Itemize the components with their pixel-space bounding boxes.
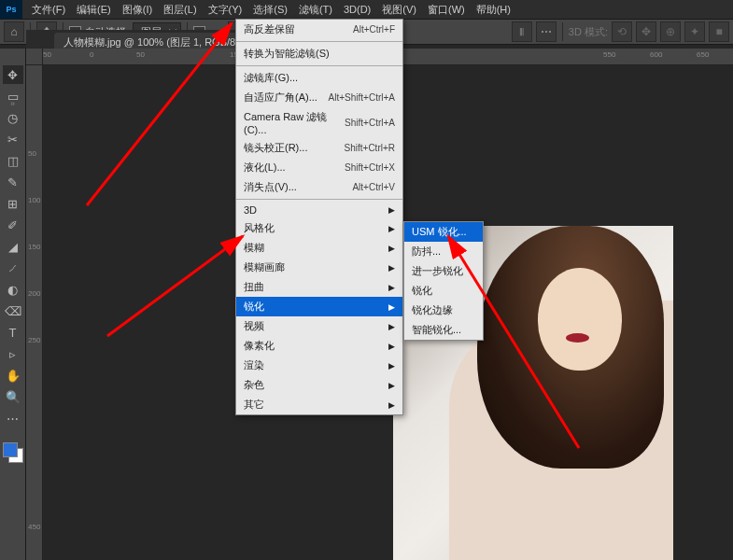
hand-tool[interactable]: ✋ [3, 366, 23, 385]
menu-shortcut: Shift+Ctrl+A [345, 118, 395, 128]
color-swatches[interactable] [3, 442, 23, 463]
sharpen-menu-item[interactable]: 智能锐化... [404, 320, 483, 340]
pan-icon[interactable]: ✥ [636, 21, 656, 42]
menubar: Ps 文件(F) 编辑(E) 图像(I) 图层(L) 文字(Y) 选择(S) 滤… [0, 0, 733, 19]
dolly-icon[interactable]: ⊕ [660, 21, 681, 42]
filter-menu-item[interactable]: 像素化▶ [236, 336, 402, 356]
filter-menu-item[interactable]: 镜头校正(R)...Shift+Ctrl+R [236, 138, 402, 158]
orbit-icon[interactable]: ⟲ [612, 21, 632, 42]
menu-edit[interactable]: 编辑(E) [71, 1, 117, 19]
photo-lips [566, 333, 589, 343]
menu-shortcut: Alt+Shift+Ctrl+A [329, 92, 395, 103]
chevron-right-icon: ▶ [388, 361, 395, 371]
fg-color[interactable] [3, 442, 18, 457]
menu-separator [236, 65, 402, 66]
mode-3d-label: 3D 模式: [569, 25, 608, 39]
menu-image[interactable]: 图像(I) [117, 1, 158, 19]
more-icon[interactable]: ⋯ [536, 21, 557, 42]
history-brush-tool[interactable]: ⟋ [3, 259, 23, 277]
menu-item-label: 渲染 [244, 358, 264, 372]
tab-title: 人物模糊.jpg @ 100% (图层 1, RGB/8#) * [63, 35, 251, 49]
sharpen-menu-item[interactable]: 进一步锐化 [404, 261, 483, 281]
chevron-right-icon: ▶ [388, 205, 395, 215]
move-tool[interactable]: ✥ [3, 65, 23, 84]
menu-item-label: 其它 [244, 398, 264, 412]
sharpen-menu-item[interactable]: 锐化 [404, 281, 483, 301]
menu-text[interactable]: 文字(Y) [203, 1, 248, 19]
menu-item-label: 视频 [244, 319, 264, 333]
filter-menu-item[interactable]: 消失点(V)...Alt+Ctrl+V [236, 177, 402, 197]
menu-item-label: 高反差保留 [244, 22, 295, 36]
filter-menu-item[interactable]: 视频▶ [236, 316, 402, 336]
menu-file[interactable]: 文件(F) [26, 1, 71, 19]
filter-menu-item[interactable]: 模糊画廊▶ [236, 258, 402, 277]
app-logo: Ps [0, 0, 22, 19]
filter-menu-item[interactable]: 锐化▶ [236, 297, 402, 316]
menu-item-label: Camera Raw 滤镜(C)... [244, 110, 345, 135]
gradient-tool[interactable]: ◐ [3, 280, 23, 299]
sharpen-submenu: USM 锐化...防抖...进一步锐化锐化锐化边缘智能锐化... [403, 221, 484, 341]
menu-item-label: 液化(L)... [244, 161, 286, 175]
filter-menu-item[interactable]: 转换为智能滤镜(S) [236, 44, 402, 63]
filter-menu-item[interactable]: 滤镜库(G)... [236, 68, 402, 88]
chevron-right-icon: ▶ [388, 400, 395, 410]
menu-item-label: 风格化 [244, 221, 275, 235]
filter-menu-item[interactable]: 模糊▶ [236, 238, 402, 258]
filter-menu-item[interactable]: 其它▶ [236, 395, 402, 414]
menu-item-label: 3D [244, 204, 257, 216]
sharpen-menu-item[interactable]: 防抖... [404, 242, 483, 261]
eyedropper-tool[interactable]: ✎ [3, 173, 23, 191]
eraser-tool[interactable]: ⌫ [3, 301, 23, 320]
menu-item-label: 锐化 [244, 300, 264, 314]
menu-item-label: 镜头校正(R)... [244, 141, 307, 155]
lasso-tool[interactable]: ◷ [3, 108, 23, 127]
chevron-right-icon: ▶ [388, 381, 395, 390]
chevron-right-icon: ▶ [388, 342, 395, 351]
brush-tool[interactable]: ✐ [3, 216, 23, 234]
menu-3d[interactable]: 3D(D) [338, 2, 376, 17]
distribute-icon[interactable]: ⫴ [512, 21, 532, 42]
menu-item-label: 模糊画廊 [244, 260, 285, 274]
menu-shortcut: Shift+Ctrl+R [345, 143, 395, 153]
filter-menu-item[interactable]: 3D▶ [236, 202, 402, 218]
home-icon[interactable]: ⌂ [4, 21, 24, 42]
menu-view[interactable]: 视图(V) [376, 1, 422, 19]
menu-select[interactable]: 选择(S) [247, 1, 293, 19]
camera-icon[interactable]: ■ [709, 21, 729, 42]
more-tool[interactable]: ⋯ [3, 409, 23, 427]
frame-tool[interactable]: ◫ [3, 151, 23, 170]
stamp-tool[interactable]: ◢ [3, 237, 23, 256]
menu-layer[interactable]: 图层(L) [158, 1, 202, 19]
vertical-ruler[interactable]: 50100150200250450500 [26, 65, 43, 560]
light-icon[interactable]: ✦ [684, 21, 705, 42]
menu-help[interactable]: 帮助(H) [471, 1, 516, 19]
menu-separator [236, 199, 402, 200]
zoom-tool[interactable]: 🔍 [3, 387, 23, 406]
crop-tool[interactable]: ✂ [3, 130, 23, 148]
filter-dropdown-menu: 高反差保留Alt+Ctrl+F转换为智能滤镜(S)滤镜库(G)...自适应广角(… [235, 19, 403, 415]
filter-menu-item[interactable]: Camera Raw 滤镜(C)...Shift+Ctrl+A [236, 107, 402, 138]
menu-window[interactable]: 窗口(W) [422, 1, 471, 19]
filter-menu-item[interactable]: 液化(L)...Shift+Ctrl+X [236, 158, 402, 177]
filter-menu-item[interactable]: 杂色▶ [236, 375, 402, 395]
ruler-corner [26, 49, 43, 65]
filter-menu-item[interactable]: 风格化▶ [236, 218, 402, 238]
menu-shortcut: Alt+Ctrl+F [353, 24, 395, 35]
separator [562, 22, 563, 41]
filter-menu-item[interactable]: 高反差保留Alt+Ctrl+F [236, 20, 402, 39]
type-tool[interactable]: T [3, 323, 23, 342]
sharpen-menu-item[interactable]: 锐化边缘 [404, 301, 483, 320]
chevron-icon[interactable]: » [10, 99, 15, 108]
heal-tool[interactable]: ⊞ [3, 194, 23, 213]
filter-menu-item[interactable]: 扭曲▶ [236, 277, 402, 297]
menu-item-label: 模糊 [244, 241, 264, 255]
path-tool[interactable]: ▹ [3, 344, 23, 363]
filter-menu-item[interactable]: 渲染▶ [236, 356, 402, 375]
photo-face [538, 268, 622, 371]
menu-item-label: 滤镜库(G)... [244, 71, 298, 85]
menu-filter[interactable]: 滤镜(T) [293, 1, 338, 19]
tools-panel: » ✥ ▭ ◷ ✂ ◫ ✎ ⊞ ✐ ◢ ⟋ ◐ ⌫ T ▹ ✋ 🔍 ⋯ [0, 49, 26, 560]
filter-menu-item[interactable]: 自适应广角(A)...Alt+Shift+Ctrl+A [236, 88, 402, 107]
menu-item-label: 杂色 [244, 378, 264, 392]
sharpen-menu-item[interactable]: USM 锐化... [404, 222, 483, 242]
